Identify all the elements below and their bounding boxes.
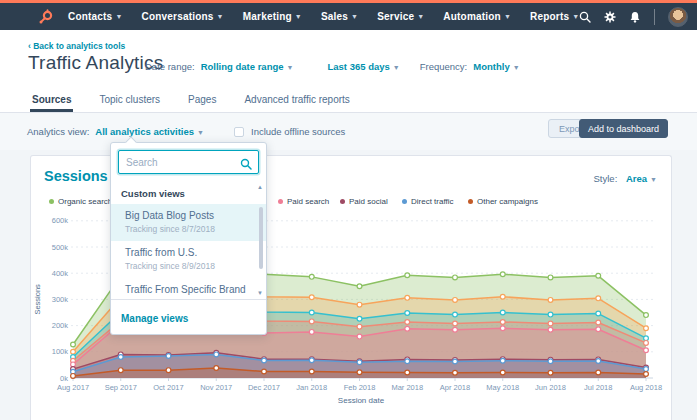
view-list-item[interactable]: Traffic from U.S.Tracking since 8/9/2018 bbox=[111, 241, 266, 278]
data-point-marker[interactable] bbox=[644, 348, 649, 353]
nav-item-contacts[interactable]: Contacts▼ bbox=[68, 11, 123, 22]
add-to-dashboard-button[interactable]: Add to dashboard bbox=[579, 119, 668, 138]
data-point-marker[interactable] bbox=[309, 319, 314, 324]
data-point-marker[interactable] bbox=[71, 374, 76, 379]
tab-topic-clusters[interactable]: Topic clusters bbox=[97, 90, 162, 112]
data-point-marker[interactable] bbox=[357, 302, 362, 307]
data-point-marker[interactable] bbox=[596, 370, 601, 375]
data-point-marker[interactable] bbox=[357, 360, 362, 365]
legend-item-direct-traffic[interactable]: Direct traffic bbox=[402, 197, 454, 206]
avatar[interactable] bbox=[668, 7, 688, 27]
data-point-marker[interactable] bbox=[405, 295, 410, 300]
manage-views-link[interactable]: Manage views bbox=[121, 313, 188, 324]
nav-item-automation[interactable]: Automation▼ bbox=[443, 11, 511, 22]
data-point-marker[interactable] bbox=[357, 284, 362, 289]
data-point-marker[interactable] bbox=[453, 321, 458, 326]
data-point-marker[interactable] bbox=[357, 370, 362, 375]
data-point-marker[interactable] bbox=[262, 358, 267, 363]
data-point-marker[interactable] bbox=[548, 321, 553, 326]
legend-item-paid-social[interactable]: Paid social bbox=[340, 197, 388, 206]
data-point-marker[interactable] bbox=[596, 296, 601, 301]
data-point-marker[interactable] bbox=[309, 274, 314, 279]
data-point-marker[interactable] bbox=[500, 320, 505, 325]
legend-item-organic-search[interactable]: Organic search bbox=[49, 197, 112, 206]
data-point-marker[interactable] bbox=[644, 367, 649, 372]
data-point-marker[interactable] bbox=[500, 370, 505, 375]
data-point-marker[interactable] bbox=[357, 324, 362, 329]
period-select[interactable]: Last 365 days▼ bbox=[327, 61, 399, 72]
data-point-marker[interactable] bbox=[644, 313, 649, 318]
data-point-marker[interactable] bbox=[214, 366, 219, 371]
data-point-marker[interactable] bbox=[309, 358, 314, 363]
data-point-marker[interactable] bbox=[453, 298, 458, 303]
data-point-marker[interactable] bbox=[71, 342, 76, 347]
analytics-view-select[interactable]: All analytics activities▼ bbox=[95, 126, 204, 137]
search-icon[interactable] bbox=[240, 156, 252, 168]
view-list-item[interactable]: Big Data Blog PostsTracking since 8/7/20… bbox=[111, 204, 266, 241]
scroll-up-icon[interactable]: ▲ bbox=[257, 184, 263, 190]
data-point-marker[interactable] bbox=[262, 369, 267, 374]
data-point-marker[interactable] bbox=[644, 336, 649, 341]
data-point-marker[interactable] bbox=[453, 370, 458, 375]
data-point-marker[interactable] bbox=[309, 295, 314, 300]
view-list-item[interactable]: Traffic From Specific BrandTracking sinc… bbox=[111, 278, 266, 299]
nav-item-reports[interactable]: Reports▼ bbox=[530, 11, 579, 22]
hubspot-logo-icon[interactable] bbox=[38, 9, 54, 25]
frequency-select[interactable]: Monthly▼ bbox=[473, 61, 519, 72]
nav-item-marketing[interactable]: Marketing▼ bbox=[243, 11, 302, 22]
data-point-marker[interactable] bbox=[500, 294, 505, 299]
data-point-marker[interactable] bbox=[596, 311, 601, 316]
data-point-marker[interactable] bbox=[405, 273, 410, 278]
data-point-marker[interactable] bbox=[548, 275, 553, 280]
tab-sources[interactable]: Sources bbox=[30, 90, 73, 112]
view-search-input[interactable] bbox=[118, 150, 259, 174]
data-point-marker[interactable] bbox=[71, 362, 76, 367]
data-point-marker[interactable] bbox=[309, 369, 314, 374]
legend-item-paid-search[interactable]: Paid search bbox=[278, 197, 329, 206]
nav-item-service[interactable]: Service▼ bbox=[377, 11, 424, 22]
data-point-marker[interactable] bbox=[357, 334, 362, 339]
data-point-marker[interactable] bbox=[166, 354, 171, 359]
data-point-marker[interactable] bbox=[214, 352, 219, 357]
data-point-marker[interactable] bbox=[644, 340, 649, 345]
data-point-marker[interactable] bbox=[548, 298, 553, 303]
scrollbar-thumb[interactable] bbox=[259, 207, 263, 269]
data-point-marker[interactable] bbox=[500, 358, 505, 363]
data-point-marker[interactable] bbox=[548, 312, 553, 317]
data-point-marker[interactable] bbox=[71, 349, 76, 354]
data-point-marker[interactable] bbox=[596, 273, 601, 278]
date-range-select[interactable]: Rolling date range▼ bbox=[201, 61, 294, 72]
data-point-marker[interactable] bbox=[644, 372, 649, 377]
data-point-marker[interactable] bbox=[548, 370, 553, 375]
data-point-marker[interactable] bbox=[453, 359, 458, 364]
gear-icon[interactable] bbox=[604, 11, 616, 23]
data-point-marker[interactable] bbox=[405, 311, 410, 316]
tab-pages[interactable]: Pages bbox=[186, 90, 218, 112]
data-point-marker[interactable] bbox=[118, 355, 123, 360]
data-point-marker[interactable] bbox=[500, 326, 505, 331]
data-point-marker[interactable] bbox=[596, 320, 601, 325]
data-point-marker[interactable] bbox=[548, 327, 553, 332]
data-point-marker[interactable] bbox=[500, 272, 505, 277]
include-offline-sources-checkbox[interactable] bbox=[234, 127, 244, 137]
data-point-marker[interactable] bbox=[405, 320, 410, 325]
notifications-bell-icon[interactable] bbox=[629, 11, 641, 23]
data-point-marker[interactable] bbox=[453, 275, 458, 280]
data-point-marker[interactable] bbox=[309, 329, 314, 334]
legend-item-other-campaigns[interactable]: Other campaigns bbox=[468, 197, 538, 206]
search-icon[interactable] bbox=[579, 11, 591, 23]
data-point-marker[interactable] bbox=[118, 368, 123, 373]
tab-advanced-traffic-reports[interactable]: Advanced traffic reports bbox=[242, 90, 351, 112]
style-value-select[interactable]: Area▼ bbox=[626, 173, 657, 184]
data-point-marker[interactable] bbox=[405, 359, 410, 364]
scroll-down-icon[interactable]: ▼ bbox=[257, 290, 263, 296]
nav-item-sales[interactable]: Sales▼ bbox=[321, 11, 358, 22]
nav-item-conversations[interactable]: Conversations▼ bbox=[142, 11, 224, 22]
data-point-marker[interactable] bbox=[309, 310, 314, 315]
data-point-marker[interactable] bbox=[596, 359, 601, 364]
data-point-marker[interactable] bbox=[644, 326, 649, 331]
data-point-marker[interactable] bbox=[548, 359, 553, 364]
data-point-marker[interactable] bbox=[500, 310, 505, 315]
data-point-marker[interactable] bbox=[166, 368, 171, 373]
data-point-marker[interactable] bbox=[405, 370, 410, 375]
